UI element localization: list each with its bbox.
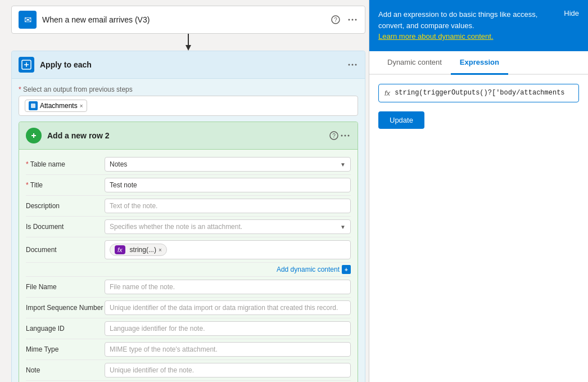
hide-button[interactable]: Hide xyxy=(564,9,579,17)
file-name-placeholder: File name of the note. xyxy=(110,283,175,291)
document-row: Document fx string(...) × xyxy=(26,237,351,263)
document-input[interactable]: fx string(...) × xyxy=(105,240,351,259)
file-name-row: File Name File name of the note. xyxy=(26,277,351,298)
add-dynamic-content-button[interactable]: Add dynamic content + xyxy=(277,265,351,274)
title-label: Title xyxy=(26,181,105,189)
import-seq-row: Import Sequence Number Unique identifier… xyxy=(26,298,351,318)
import-seq-label: Import Sequence Number xyxy=(26,304,105,312)
note-placeholder: Unique identifier of the note. xyxy=(110,366,194,374)
learn-more-link[interactable]: Learn more about dynamic content. xyxy=(378,32,494,41)
string-tag: fx string(...) × xyxy=(110,244,167,256)
add-row-title: Add a new row 2 xyxy=(47,131,328,140)
is-document-placeholder: Specifies whether the note is an attachm… xyxy=(110,223,242,231)
language-id-input[interactable]: Language identifier for the note. xyxy=(105,321,351,336)
string-tag-close[interactable]: × xyxy=(159,247,162,253)
trigger-help-button[interactable]: ? xyxy=(330,14,341,25)
description-placeholder: Text of the note. xyxy=(110,202,157,210)
svg-point-10 xyxy=(355,64,357,66)
description-row: Description Text of the note. xyxy=(26,196,351,217)
svg-rect-11 xyxy=(31,104,35,108)
mime-type-label: Mime Type xyxy=(26,345,105,353)
document-label: Document xyxy=(26,246,105,254)
title-input[interactable]: Test note xyxy=(105,178,351,192)
attachments-tag-close[interactable]: × xyxy=(80,103,83,109)
apply-each-more-button[interactable] xyxy=(347,62,358,67)
add-dynamic-icon: + xyxy=(342,265,351,274)
svg-text:?: ? xyxy=(334,17,337,23)
side-panel-info-message: Add an expression to do basic things lik… xyxy=(378,10,537,30)
language-id-label: Language ID xyxy=(26,325,105,332)
language-id-row: Language ID Language identifier for the … xyxy=(26,318,351,339)
add-row-more-button[interactable] xyxy=(340,133,351,138)
select-output-label: Select an output from previous steps xyxy=(19,86,358,93)
svg-point-2 xyxy=(349,19,350,21)
connector-arrow xyxy=(11,34,365,51)
note-row: Note Unique identifier of the note. xyxy=(26,360,351,381)
add-row-header: Add a new row 2 ? xyxy=(19,122,358,150)
note-input[interactable]: Unique identifier of the note. xyxy=(105,363,351,377)
svg-text:?: ? xyxy=(332,133,336,139)
is-document-row: Is Document Specifies whether the note i… xyxy=(26,217,351,237)
apply-each-icon xyxy=(19,57,34,73)
side-panel-info-text: Add an expression to do basic things lik… xyxy=(378,9,555,42)
fx-icon: fx xyxy=(115,245,125,254)
svg-marker-6 xyxy=(186,45,191,51)
add-dynamic-label: Add dynamic content xyxy=(277,266,340,273)
email-icon: ✉ xyxy=(19,11,37,29)
add-row-block: Add a new row 2 ? xyxy=(19,122,358,382)
svg-point-9 xyxy=(352,64,354,66)
svg-point-17 xyxy=(348,135,350,137)
svg-point-4 xyxy=(355,19,357,21)
tab-dynamic-content[interactable]: Dynamic content xyxy=(378,51,451,75)
svg-point-8 xyxy=(349,64,350,66)
add-row-help-button[interactable]: ? xyxy=(328,130,340,141)
import-seq-input[interactable]: Unique identifier of the data import or … xyxy=(105,300,351,315)
is-document-arrow: ▼ xyxy=(340,224,346,230)
add-row-icon xyxy=(26,128,42,143)
apply-each-title: Apply to each xyxy=(40,60,347,69)
mime-type-placeholder: MIME type of the note's attachment. xyxy=(110,345,218,353)
expression-input[interactable]: string(triggerOutputs()?['body/attachmen… xyxy=(395,89,573,97)
side-panel-tabs: Dynamic content Expression xyxy=(369,51,588,75)
trigger-block: ✉ When a new email arrives (V3) ? xyxy=(11,6,365,34)
string-expression: string(...) xyxy=(130,246,156,254)
apply-each-header: Apply to each xyxy=(12,51,365,79)
apply-each-body: Select an output from previous steps Att… xyxy=(12,79,365,382)
table-name-row: Table name Notes ▼ xyxy=(26,154,351,175)
title-row: Title Test note xyxy=(26,175,351,196)
file-name-input[interactable]: File name of the note. xyxy=(105,280,351,294)
trigger-actions: ? xyxy=(330,14,358,25)
add-row-body: Table name Notes ▼ Title Test note xyxy=(19,150,358,382)
is-document-dropdown[interactable]: Specifies whether the note is an attachm… xyxy=(105,219,351,234)
side-panel-expression: fx string(triggerOutputs()?['body/attach… xyxy=(369,75,588,383)
file-name-label: File Name xyxy=(26,283,105,291)
dynamic-content-bar: Add dynamic content + xyxy=(26,263,351,277)
description-input[interactable]: Text of the note. xyxy=(105,199,351,213)
side-panel-info: Add an expression to do basic things lik… xyxy=(369,0,588,51)
attachments-tag-icon xyxy=(29,101,38,110)
language-id-placeholder: Language identifier for the note. xyxy=(110,325,205,332)
mime-type-input[interactable]: MIME type of the note's attachment. xyxy=(105,342,351,357)
expression-input-row[interactable]: fx string(triggerOutputs()?['body/attach… xyxy=(378,84,579,102)
attachments-input[interactable]: Attachments × xyxy=(19,96,358,116)
tab-expression[interactable]: Expression xyxy=(451,51,508,75)
title-value: Test note xyxy=(110,181,137,189)
description-label: Description xyxy=(26,202,105,210)
note-label: Note xyxy=(26,366,105,374)
attachments-tag-label: Attachments xyxy=(40,102,78,110)
svg-point-16 xyxy=(345,135,346,137)
trigger-more-button[interactable] xyxy=(347,17,358,22)
table-name-value: Notes xyxy=(110,160,127,168)
table-name-label: Table name xyxy=(26,160,105,168)
svg-point-3 xyxy=(352,19,354,21)
is-document-label: Is Document xyxy=(26,223,105,231)
side-panel: Add an expression to do basic things lik… xyxy=(369,0,588,382)
svg-point-15 xyxy=(341,135,343,137)
import-seq-placeholder: Unique identifier of the data import or … xyxy=(110,304,338,312)
table-name-dropdown[interactable]: Notes ▼ xyxy=(105,157,351,172)
mime-type-row: Mime Type MIME type of the note's attach… xyxy=(26,339,351,360)
fx-label: fx xyxy=(385,89,390,97)
trigger-title: When a new email arrives (V3) xyxy=(42,15,330,24)
apply-each-block: Apply to each Select an output from prev… xyxy=(11,51,365,382)
update-button[interactable]: Update xyxy=(378,111,424,129)
